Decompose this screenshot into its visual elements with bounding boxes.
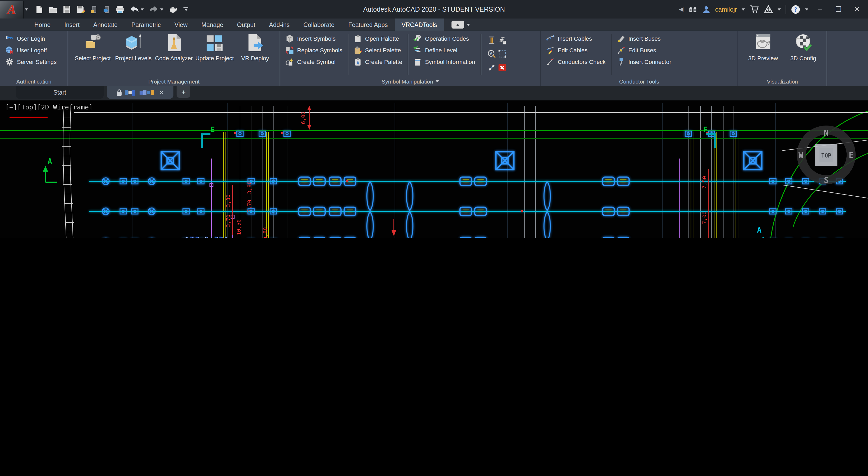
insert-cables-button[interactable]: Insert Cables — [546, 34, 606, 43]
stretch-symbol-icon[interactable] — [487, 63, 496, 72]
user-logoff-button[interactable]: User Logoff — [5, 46, 57, 55]
menu-tab-view[interactable]: View — [167, 19, 194, 31]
open-palette-button[interactable]: Open Palette — [353, 34, 402, 43]
undo-button[interactable] — [129, 5, 144, 13]
panel-flyout-caret-icon[interactable] — [436, 80, 439, 82]
bus-edit-icon — [617, 46, 625, 55]
cad-drawing[interactable]: 6,00 3,80 3,70 10,50 3,80 3,70 3,80 3,50… — [0, 100, 868, 238]
menu-tab-add-ins[interactable]: Add-ins — [262, 19, 297, 31]
new-drawing-tab-button[interactable]: + — [177, 86, 190, 98]
3d-preview-button[interactable]: 3D Preview — [743, 33, 783, 76]
vr-deploy-icon — [246, 33, 264, 53]
app-menu-caret-icon[interactable] — [25, 8, 28, 10]
select-project-button[interactable]: Select Project — [73, 33, 112, 76]
menu-tab-manage[interactable]: Manage — [194, 19, 230, 31]
help-icon[interactable]: ? — [791, 4, 800, 14]
panel-visualization: 3D Preview 3D Config Visualization — [738, 31, 827, 86]
render-teapot-icon[interactable] — [169, 5, 178, 13]
globe-logoff-icon — [5, 46, 14, 55]
insert-connector-button[interactable]: Insert Connector — [617, 58, 671, 66]
menu-tab-vrcadtools[interactable]: VRCADTools — [395, 19, 444, 31]
app-store-cart-icon[interactable] — [749, 5, 759, 13]
plot-from-mobile-icon[interactable] — [90, 5, 98, 13]
svg-text:E: E — [211, 125, 215, 134]
redo-button[interactable] — [149, 5, 163, 13]
svg-text:F: F — [703, 125, 708, 134]
user-avatar-icon[interactable] — [702, 5, 710, 13]
tp-barra-left-label: ℄TP BARRA — [185, 235, 229, 238]
code-analyzer-button[interactable]: Code Analyzer — [155, 33, 193, 76]
tags-check-icon — [413, 34, 422, 43]
menu-tab-insert[interactable]: Insert — [57, 19, 87, 31]
connector-icon — [617, 58, 625, 66]
selection-box-icon[interactable] — [498, 50, 506, 58]
find-symbol-icon[interactable]: A — [487, 50, 496, 58]
help-caret-icon[interactable] — [805, 8, 808, 10]
save-as-icon[interactable] — [76, 5, 85, 13]
key-icon — [5, 34, 14, 43]
new-file-icon[interactable] — [35, 5, 43, 13]
search-collapse-icon[interactable]: ◀ — [679, 6, 683, 13]
svg-text:10,50: 10,50 — [236, 219, 242, 235]
replace-symbols-button[interactable]: Replace Symbols — [285, 46, 342, 55]
svg-text:3,70: 3,70 — [246, 200, 252, 213]
select-palette-button[interactable]: Select Palette — [353, 46, 402, 55]
save-icon[interactable] — [63, 5, 71, 13]
ribbon-collapse-icon[interactable] — [451, 21, 464, 29]
close-button[interactable]: ✕ — [850, 5, 864, 13]
minimize-button[interactable]: – — [813, 5, 827, 13]
menu-tab-output[interactable]: Output — [230, 19, 262, 31]
ribbon-collapse-control[interactable] — [451, 19, 470, 31]
3d-config-button[interactable]: 3D Config — [785, 33, 822, 76]
edit-cables-button[interactable]: Edit Cables — [546, 46, 606, 55]
viewcube-east: E — [849, 151, 854, 160]
viewcube-west: W — [799, 151, 804, 160]
user-menu-caret-icon[interactable] — [742, 8, 745, 10]
autodesk-account-icon[interactable] — [764, 5, 773, 13]
open-file-icon[interactable] — [49, 5, 58, 13]
ribbon-collapse-caret-icon[interactable] — [467, 24, 470, 26]
panel-label-symbol-manipulation[interactable]: Symbol Manipulation — [280, 76, 540, 86]
search-icon[interactable] — [688, 6, 697, 13]
menu-tab-parametric[interactable]: Parametric — [125, 19, 167, 31]
clipboard-pencil-icon — [353, 46, 362, 55]
restore-button[interactable]: ❐ — [832, 5, 845, 13]
update-project-button[interactable]: Update Project — [195, 33, 234, 76]
scale-symbol-icon[interactable] — [487, 36, 496, 44]
delete-symbol-icon[interactable] — [498, 63, 506, 72]
symbol-information-button[interactable]: Symbol Information — [413, 58, 475, 66]
start-tab[interactable]: Start — [16, 86, 104, 99]
print-icon[interactable] — [116, 5, 124, 13]
menu-tab-collaborate[interactable]: Collaborate — [297, 19, 342, 31]
bus-bar-icon — [617, 34, 625, 43]
operation-codes-button[interactable]: Operation Codes — [413, 34, 475, 43]
conductors-check-button[interactable]: Conductors Check — [546, 58, 606, 66]
conductor-check-icon — [546, 58, 554, 66]
drawing-tab[interactable]: ✕ — [107, 86, 174, 99]
signed-in-user[interactable]: camilojr — [715, 5, 737, 13]
account-caret-icon[interactable] — [778, 8, 781, 10]
project-levels-icon — [124, 33, 142, 53]
menu-tab-annotate[interactable]: Annotate — [87, 19, 125, 31]
server-settings-button[interactable]: Server Settings — [5, 58, 57, 66]
titlebar-divider — [785, 4, 786, 14]
viewport-controls-label[interactable]: [−][Top][2D Wireframe] — [5, 103, 93, 111]
application-menu-button[interactable]: A — [0, 1, 24, 19]
save-to-mobile-icon[interactable] — [103, 5, 111, 13]
qat-customize-button[interactable] — [184, 7, 188, 11]
menu-tabs: HomeInsertAnnotateParametricViewManageOu… — [28, 19, 444, 31]
edit-buses-button[interactable]: Edit Buses — [617, 46, 671, 55]
insert-buses-button[interactable]: Insert Buses — [617, 34, 671, 43]
menu-tab-featured-apps[interactable]: Featured Apps — [341, 19, 395, 31]
define-level-button[interactable]: Define Level — [413, 46, 475, 55]
drawing-canvas[interactable]: 6,00 3,80 3,70 10,50 3,80 3,70 3,80 3,50… — [0, 100, 868, 238]
menu-tab-home[interactable]: Home — [28, 19, 57, 31]
drawing-tab-close-icon[interactable]: ✕ — [159, 89, 164, 96]
create-palette-button[interactable]: A Create Palette — [353, 58, 402, 66]
vr-deploy-button[interactable]: VR Deploy — [236, 33, 274, 76]
user-login-button[interactable]: User Login — [5, 34, 57, 43]
insert-symbols-button[interactable]: Insert Symbols — [285, 34, 342, 43]
create-symbol-button[interactable]: Create Symbol — [285, 58, 342, 66]
project-levels-button[interactable]: Project Levels — [114, 33, 153, 76]
symbol-list-icon[interactable] — [498, 36, 506, 44]
